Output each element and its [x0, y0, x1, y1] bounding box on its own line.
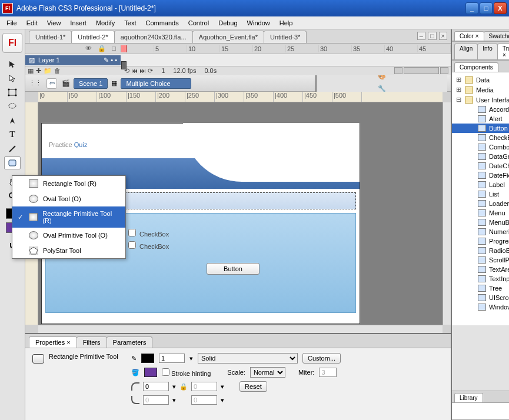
tab-swatches[interactable]: Swatches [484, 31, 509, 41]
scene-crumb[interactable]: Scene 1 [74, 78, 108, 89]
close-button[interactable]: X [494, 2, 507, 14]
component-item[interactable]: MenuBar [452, 218, 509, 227]
corner-tl-input[interactable] [143, 382, 169, 391]
component-item[interactable]: RadioButton [452, 246, 509, 255]
primitive-icon [32, 354, 44, 364]
vertical-scrollbar[interactable] [443, 102, 451, 325]
component-item[interactable]: List [452, 189, 509, 199]
tab-info[interactable]: Info [477, 44, 498, 59]
edit-symbol-icon[interactable]: 🔧 [378, 85, 386, 92]
menu-file[interactable]: File [2, 18, 21, 28]
menu-edit[interactable]: Edit [22, 18, 42, 28]
rectangle-primitive-tool[interactable] [4, 156, 21, 169]
visibility-icon[interactable]: 👁 [85, 45, 92, 52]
layer-buttons[interactable]: ▦✚📁🗑 [25, 67, 121, 75]
flyout-item[interactable]: PolyStar Tool [12, 243, 125, 258]
stroke-style-select[interactable]: Solid [198, 353, 298, 364]
doc-window-controls[interactable]: –□× [417, 32, 447, 40]
outline-icon[interactable]: □ [112, 45, 116, 52]
menu-window[interactable]: Window [243, 18, 274, 28]
component-item[interactable]: Loader [452, 199, 509, 208]
component-item[interactable]: TextArea [452, 265, 509, 274]
doc-tab[interactable]: Aquothon_Event.fla* [192, 31, 264, 43]
flyout-item[interactable]: Oval Tool (O) [12, 191, 125, 206]
checkbox-2[interactable]: CheckBox [128, 241, 338, 250]
flash-logo-icon: Fl [2, 33, 22, 53]
doc-tab[interactable]: Untitled-1* [29, 31, 72, 43]
custom-stroke-button[interactable]: Custom... [302, 353, 341, 364]
menu-text[interactable]: Text [120, 18, 140, 28]
selection-tool[interactable] [4, 58, 21, 71]
stroke-hinting-checkbox[interactable]: Stroke hinting [162, 368, 211, 377]
free-transform-tool[interactable] [4, 86, 21, 99]
line-tool[interactable] [4, 142, 21, 155]
component-item[interactable]: Window [452, 302, 509, 312]
tree-folder[interactable]: ⊞Media [452, 85, 509, 95]
menu-commands[interactable]: Commands [141, 18, 182, 28]
flyout-item[interactable]: ✓Rectangle Primitive Tool (R) [12, 206, 125, 228]
layer-name: Layer 1 [38, 56, 60, 64]
subselection-tool[interactable] [4, 72, 21, 85]
doc-tab[interactable]: Untitled-2* [71, 31, 114, 43]
menu-view[interactable]: View [43, 18, 65, 28]
minimize-button[interactable]: _ [465, 2, 478, 14]
miter-input[interactable] [319, 368, 337, 377]
lock-corners-icon[interactable]: 🔒 [179, 383, 188, 391]
component-item[interactable]: CheckBox [452, 133, 509, 142]
right-panels: Color ×Swatches–≡ AlignInfoTransform ×–≡… [451, 29, 509, 420]
menu-modify[interactable]: Modify [92, 18, 119, 28]
flyout-item[interactable]: Rectangle Tool (R) [12, 176, 125, 191]
quiz-button[interactable]: Button [207, 263, 260, 275]
tab-transform[interactable]: Transform × [497, 44, 509, 59]
component-item[interactable]: NumericStepper [452, 227, 509, 236]
tree-folder[interactable]: ⊞Data [452, 75, 509, 85]
tree-folder[interactable]: ⊟User Interface [452, 95, 509, 105]
stroke-swatch[interactable] [141, 354, 154, 363]
component-item[interactable]: TextInput [452, 274, 509, 284]
scale-select[interactable]: Normal [250, 367, 285, 378]
component-item[interactable]: Tree [452, 284, 509, 293]
reset-button[interactable]: Reset [239, 381, 267, 392]
stroke-weight-input[interactable] [159, 354, 185, 363]
component-item[interactable]: DataGrid [452, 152, 509, 161]
horizontal-scrollbar[interactable] [38, 325, 443, 333]
back-button[interactable]: ⇦ [46, 78, 57, 89]
tab-color[interactable]: Color × [454, 31, 484, 41]
component-item[interactable]: ProgressBar [452, 236, 509, 246]
fill-swatch[interactable] [144, 368, 157, 377]
checkbox-1[interactable]: CheckBox [128, 229, 338, 238]
frame-ruler[interactable]: 151015202530354045 [121, 45, 451, 52]
component-item[interactable]: Label [452, 180, 509, 189]
lasso-tool[interactable] [4, 100, 21, 113]
timeline-layer-header: 👁 🔒 □ [25, 45, 121, 52]
component-item[interactable]: ScrollPane [452, 255, 509, 265]
component-item[interactable]: DateField [452, 171, 509, 180]
tab-filters[interactable]: Filters [76, 336, 107, 348]
menu-insert[interactable]: Insert [66, 18, 91, 28]
layer-row[interactable]: ▨ Layer 1 ✎ • • [25, 55, 121, 65]
flyout-item[interactable]: Oval Primitive Tool (O) [12, 228, 125, 243]
menu-help[interactable]: Help [275, 18, 297, 28]
component-item[interactable]: UIScrollBar [452, 293, 509, 302]
tab-components[interactable]: Components [454, 62, 498, 72]
doc-tab[interactable]: aquothon240x320.fla... [114, 31, 193, 43]
text-tool[interactable]: T [4, 128, 21, 141]
tab-properties[interactable]: Properties × [29, 336, 77, 348]
component-item[interactable]: Menu [452, 208, 509, 218]
pen-tool[interactable] [4, 114, 21, 127]
component-item[interactable]: ComboBox [452, 142, 509, 152]
component-item[interactable]: DateChooser [452, 161, 509, 171]
component-item[interactable]: Button [452, 124, 509, 133]
lock-icon[interactable]: 🔒 [98, 45, 106, 52]
component-item[interactable]: Accordion [452, 105, 509, 114]
tab-library[interactable]: Library [454, 393, 483, 402]
tab-parameters[interactable]: Parameters [107, 336, 153, 348]
maximize-button[interactable]: □ [480, 2, 493, 14]
symbol-crumb[interactable]: Multiple Choice [121, 78, 191, 89]
menu-debug[interactable]: Debug [214, 18, 241, 28]
properties-panel: Properties ×FiltersParameters Rectangle … [25, 333, 451, 420]
component-item[interactable]: Alert [452, 114, 509, 124]
doc-tab[interactable]: Untitled-3* [264, 31, 307, 43]
tab-align[interactable]: Align [454, 44, 478, 59]
menu-control[interactable]: Control [184, 18, 213, 28]
